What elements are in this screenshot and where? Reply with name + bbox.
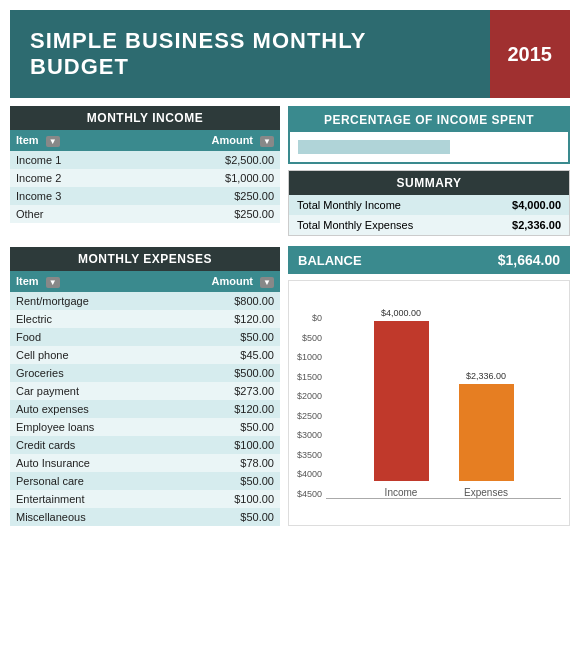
y-axis-label: $1000 [297, 353, 322, 362]
expense-amount: $120.00 [186, 400, 281, 418]
summary-section: SUMMARY Total Monthly Income$4,000.00Tot… [288, 170, 570, 236]
bar-rect [459, 384, 514, 481]
income-item: Income 2 [10, 169, 186, 187]
main-content: MONTHLY INCOME Item ▼ Amount ▼ [10, 106, 570, 526]
expense-amount: $78.00 [186, 454, 281, 472]
expense-item: Cell phone [10, 346, 186, 364]
expense-amount: $50.00 [186, 472, 281, 490]
right-column: PERCENTAGE OF INCOME SPENT SUMMARY Total… [288, 106, 570, 526]
amount-filter-arrow[interactable]: ▼ [260, 136, 274, 147]
y-axis-label: $4000 [297, 470, 322, 479]
balance-bar: BALANCE $1,664.00 [288, 246, 570, 274]
percentage-header: PERCENTAGE OF INCOME SPENT [290, 108, 568, 132]
chart-section: $4500$4000$3500$3000$2500$2000$1500$1000… [288, 280, 570, 526]
expense-row: Rent/mortgage$800.00 [10, 292, 280, 310]
y-axis-label: $2500 [297, 412, 322, 421]
income-row: Income 1$2,500.00 [10, 151, 280, 169]
y-axis-label: $3000 [297, 431, 322, 440]
bar-rect [374, 321, 429, 481]
chart-bars: $4,000.00 Income $2,336.00 Expenses [326, 289, 561, 498]
expense-row: Groceries$500.00 [10, 364, 280, 382]
income-col-amount: Amount ▼ [186, 130, 281, 151]
y-axis-label: $0 [297, 314, 322, 323]
summary-label: Total Monthly Income [289, 195, 477, 215]
expense-amount: $45.00 [186, 346, 281, 364]
expense-item: Car payment [10, 382, 186, 400]
left-column: MONTHLY INCOME Item ▼ Amount ▼ [10, 106, 280, 526]
expense-item: Miscellaneous [10, 508, 186, 526]
percentage-bar [298, 140, 450, 154]
expense-row: Auto Insurance$78.00 [10, 454, 280, 472]
y-axis-label: $4500 [297, 490, 322, 499]
exp-item-filter-arrow[interactable]: ▼ [46, 277, 60, 288]
header: SIMPLE BUSINESS MONTHLY BUDGET 2015 [10, 10, 570, 98]
monthly-income-header: MONTHLY INCOME [10, 106, 280, 130]
expense-row: Cell phone$45.00 [10, 346, 280, 364]
expense-amount: $800.00 [186, 292, 281, 310]
expense-amount: $100.00 [186, 490, 281, 508]
expense-row: Electric$120.00 [10, 310, 280, 328]
income-amount: $2,500.00 [186, 151, 281, 169]
expense-item: Auto expenses [10, 400, 186, 418]
expense-item: Employee loans [10, 418, 186, 436]
expense-item: Personal care [10, 472, 186, 490]
expense-item: Entertainment [10, 490, 186, 508]
year-badge: 2015 [490, 10, 571, 98]
income-item: Income 1 [10, 151, 186, 169]
monthly-expenses-section: MONTHLY EXPENSES Item ▼ Amount ▼ [10, 247, 280, 526]
percentage-bar-container [290, 132, 568, 162]
expense-item: Groceries [10, 364, 186, 382]
bar-value-label: $2,336.00 [466, 371, 506, 381]
page-title: SIMPLE BUSINESS MONTHLY BUDGET [10, 10, 490, 98]
expense-row: Miscellaneous$50.00 [10, 508, 280, 526]
summary-value: $4,000.00 [477, 195, 569, 215]
expense-item: Credit cards [10, 436, 186, 454]
expense-amount: $50.00 [186, 328, 281, 346]
monthly-income-section: MONTHLY INCOME Item ▼ Amount ▼ [10, 106, 280, 223]
y-axis-label: $3500 [297, 451, 322, 460]
expense-row: Entertainment$100.00 [10, 490, 280, 508]
expense-row: Personal care$50.00 [10, 472, 280, 490]
x-axis-line [326, 498, 561, 499]
page-wrapper: SIMPLE BUSINESS MONTHLY BUDGET 2015 MONT… [0, 0, 580, 536]
exp-amount-filter-arrow[interactable]: ▼ [260, 277, 274, 288]
chart-container: $4500$4000$3500$3000$2500$2000$1500$1000… [297, 289, 561, 499]
chart-y-axis: $4500$4000$3500$3000$2500$2000$1500$1000… [297, 314, 326, 499]
income-amount: $250.00 [186, 205, 281, 223]
expense-row: Employee loans$50.00 [10, 418, 280, 436]
expense-amount: $100.00 [186, 436, 281, 454]
bar-x-label: Income [385, 487, 418, 498]
expense-item: Electric [10, 310, 186, 328]
bar-group: $4,000.00 Income [374, 308, 429, 498]
expense-item: Auto Insurance [10, 454, 186, 472]
summary-table: Total Monthly Income$4,000.00Total Month… [289, 195, 569, 235]
expense-amount: $500.00 [186, 364, 281, 382]
expense-amount: $273.00 [186, 382, 281, 400]
expense-col-amount: Amount ▼ [186, 271, 281, 292]
income-col-item: Item ▼ [10, 130, 186, 151]
expense-row: Auto expenses$120.00 [10, 400, 280, 418]
income-item: Other [10, 205, 186, 223]
expense-col-item: Item ▼ [10, 271, 186, 292]
expense-item: Food [10, 328, 186, 346]
expense-amount: $50.00 [186, 418, 281, 436]
bar-group: $2,336.00 Expenses [459, 371, 514, 498]
percentage-section: PERCENTAGE OF INCOME SPENT [288, 106, 570, 164]
expense-row: Credit cards$100.00 [10, 436, 280, 454]
y-axis-label: $500 [297, 334, 322, 343]
y-axis-label: $1500 [297, 373, 322, 382]
bar-x-label: Expenses [464, 487, 508, 498]
item-filter-arrow[interactable]: ▼ [46, 136, 60, 147]
income-row: Income 2$1,000.00 [10, 169, 280, 187]
monthly-expenses-table: Item ▼ Amount ▼ Rent/mortgage$800.00Elec… [10, 271, 280, 526]
bar-value-label: $4,000.00 [381, 308, 421, 318]
summary-header: SUMMARY [289, 171, 569, 195]
monthly-expenses-header: MONTHLY EXPENSES [10, 247, 280, 271]
monthly-income-table: Item ▼ Amount ▼ Income 1$2,500.00Income … [10, 130, 280, 223]
expense-item: Rent/mortgage [10, 292, 186, 310]
income-amount: $1,000.00 [186, 169, 281, 187]
income-amount: $250.00 [186, 187, 281, 205]
expense-amount: $120.00 [186, 310, 281, 328]
summary-value: $2,336.00 [477, 215, 569, 235]
balance-label: BALANCE [298, 253, 362, 268]
